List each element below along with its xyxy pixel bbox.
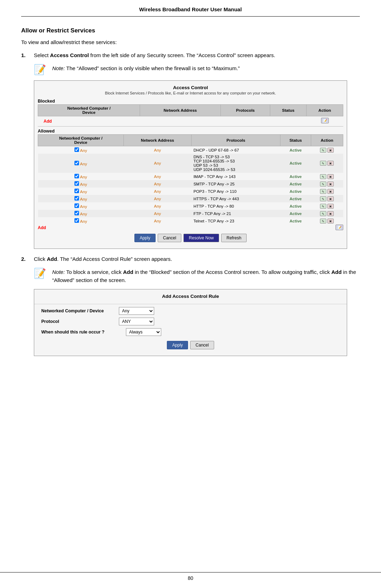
row-checkbox[interactable]: [74, 203, 79, 208]
refresh-button[interactable]: Refresh: [221, 234, 247, 242]
row-protocols: DNS - TCP 53 -> 53TCP 1024-65535 -> 53UD…: [193, 155, 235, 172]
row-checkbox[interactable]: [74, 147, 79, 152]
delete-icon[interactable]: ✖: [327, 219, 334, 223]
allowed-label: Allowed: [38, 129, 347, 134]
allowed-row: AnyAnyPOP3 - TCP Any -> 110Active ✎ ✖: [38, 188, 343, 195]
delete-icon[interactable]: ✖: [327, 174, 334, 179]
allowed-add-link[interactable]: Add: [38, 225, 46, 230]
edit-icon[interactable]: ✎: [320, 161, 326, 166]
blocked-add-row: Add 📝: [38, 116, 343, 125]
row-checkbox[interactable]: [74, 189, 79, 193]
row-checkbox[interactable]: [74, 218, 79, 223]
allowed-col-action: Action: [311, 135, 343, 146]
row-checkbox[interactable]: [74, 196, 79, 201]
row-network: Any: [154, 174, 161, 179]
intro-text: To view and allow/restrict these service…: [21, 39, 360, 45]
rule-input-protocol[interactable]: ANY: [119, 318, 154, 325]
edit-icon[interactable]: ✎: [320, 182, 326, 186]
rule-row-device: Networked Computer / Device Any: [41, 307, 340, 315]
row-actions: ✎ ✖: [313, 174, 341, 179]
row-protocols: HTTP - TCP Any -> 80: [193, 204, 234, 208]
col-action: Action: [307, 105, 343, 116]
add-rule-apply-button[interactable]: Apply: [167, 341, 188, 349]
delete-icon[interactable]: ✖: [327, 204, 334, 209]
row-checkbox[interactable]: [74, 181, 79, 186]
delete-icon[interactable]: ✖: [327, 148, 334, 153]
row-actions: ✎ ✖: [313, 211, 341, 216]
access-control-screenshot: Access Control Block Internet Services /…: [34, 80, 347, 249]
rule-label-device: Networked Computer / Device: [41, 308, 119, 313]
page-footer: 80: [0, 572, 381, 581]
row-status: Active: [290, 174, 302, 179]
allowed-add-icon[interactable]: 📝: [335, 225, 343, 230]
row-status: Active: [290, 204, 302, 208]
row-protocols: HTTPS - TCP Any -> 443: [193, 197, 239, 201]
rule-input-device[interactable]: Any: [119, 307, 154, 315]
col-status: Status: [270, 105, 307, 116]
edit-icon[interactable]: ✎: [320, 148, 326, 153]
blocked-action-icons: 📝: [309, 118, 341, 123]
add-rule-cancel-button[interactable]: Cancel: [190, 341, 214, 349]
row-network: Any: [154, 161, 161, 165]
blocked-add-link[interactable]: Add: [44, 119, 52, 124]
step-2: 2. Click Add. The “Add Access Control Ru…: [21, 256, 360, 262]
row-device: Any: [80, 162, 87, 166]
step-1: 1. Select Access Control from the left s…: [21, 52, 360, 58]
ac-button-row: Apply Cancel Resolve Now Refresh: [34, 234, 347, 242]
allowed-row: AnyAnyFTP - TCP Any -> 21Active ✎ ✖: [38, 210, 343, 217]
page-number: 80: [188, 575, 193, 581]
row-device: Any: [80, 190, 87, 194]
row-actions: ✎ ✖: [313, 219, 341, 223]
row-network: Any: [154, 182, 161, 186]
row-network: Any: [154, 212, 161, 216]
row-checkbox[interactable]: [74, 161, 79, 165]
rule-form: Networked Computer / Device Any Protocol…: [34, 307, 347, 336]
row-network: Any: [154, 219, 161, 223]
row-protocols: Telnet - TCP Any -> 23: [193, 219, 234, 223]
edit-icon[interactable]: ✎: [320, 219, 326, 223]
page-header: Wireless Broadband Router User Manual: [21, 0, 360, 17]
row-protocols: IMAP - TCP Any -> 143: [193, 174, 235, 179]
edit-icon[interactable]: ✎: [320, 204, 326, 209]
note-icon-2: 📝: [34, 268, 49, 279]
allowed-table: Networked Computer /Device Network Addre…: [38, 134, 343, 225]
rule-input-when[interactable]: Always: [126, 328, 161, 336]
apply-button[interactable]: Apply: [134, 234, 156, 242]
edit-icon[interactable]: ✎: [320, 196, 326, 201]
delete-icon[interactable]: ✖: [327, 211, 334, 216]
add-rule-button-row: Apply Cancel: [34, 341, 347, 349]
row-device: Any: [80, 148, 87, 153]
delete-icon[interactable]: ✖: [327, 161, 334, 166]
rule-row-when: When should this rule occur ? Always: [41, 328, 340, 336]
row-network: Any: [154, 204, 161, 208]
delete-icon[interactable]: ✖: [327, 189, 334, 194]
step-1-num: 1.: [21, 52, 34, 58]
step-1-content: Select Access Control from the left side…: [34, 52, 360, 58]
blocked-edit-icon[interactable]: 📝: [321, 118, 329, 123]
blocked-table: Networked Computer /Device Network Addre…: [38, 104, 343, 125]
row-actions: ✎ ✖: [313, 189, 341, 194]
col-protocols: Protocols: [220, 105, 270, 116]
allowed-row: AnyAnyTelnet - TCP Any -> 23Active ✎ ✖: [38, 217, 343, 225]
col-network: Network Address: [140, 105, 220, 116]
row-device: Any: [80, 204, 87, 209]
delete-icon[interactable]: ✖: [327, 196, 334, 201]
row-protocols: DHCP - UDP 67-68 -> 67: [193, 148, 239, 152]
cancel-button[interactable]: Cancel: [158, 234, 181, 242]
row-checkbox[interactable]: [74, 174, 79, 178]
section-title: Allow or Restrict Services: [21, 27, 360, 34]
row-status: Active: [290, 161, 302, 165]
row-checkbox[interactable]: [74, 211, 79, 215]
row-device: Any: [80, 212, 87, 216]
row-status: Active: [290, 212, 302, 216]
resolve-now-button[interactable]: Resolve Now: [183, 234, 219, 242]
row-actions: ✎ ✖: [313, 196, 341, 201]
row-status: Active: [290, 148, 302, 152]
edit-icon[interactable]: ✎: [320, 189, 326, 194]
allowed-row: AnyAnySMTP - TCP Any -> 25Active ✎ ✖: [38, 180, 343, 188]
edit-icon[interactable]: ✎: [320, 211, 326, 216]
note-icon-1: 📝: [34, 64, 49, 75]
delete-icon[interactable]: ✖: [327, 182, 334, 186]
ac-title: Access Control: [34, 85, 347, 90]
edit-icon[interactable]: ✎: [320, 174, 326, 179]
